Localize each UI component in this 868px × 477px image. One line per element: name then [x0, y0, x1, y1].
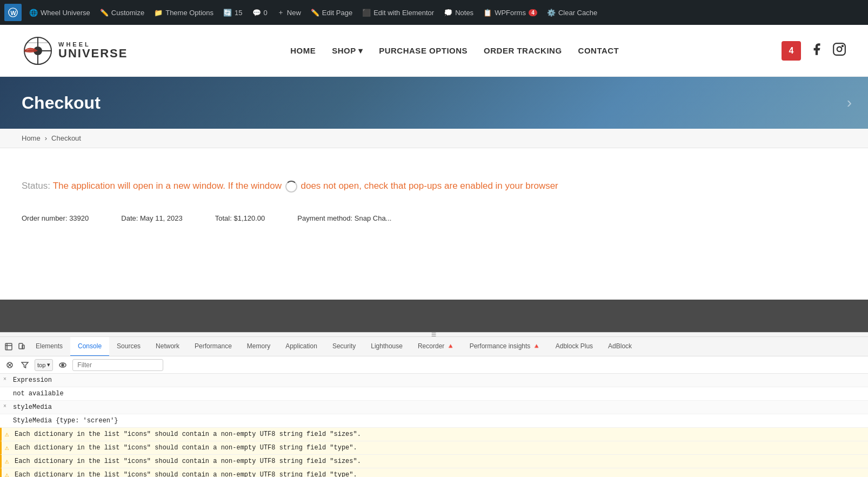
tab-performance-insights[interactable]: Performance insights 🔺 — [462, 337, 548, 356]
svg-rect-12 — [22, 345, 24, 349]
banner-background — [0, 77, 868, 129]
tab-security[interactable]: Security — [325, 337, 363, 356]
devtools-panel: ≡ Elements Console Sources Network Perfo… — [0, 332, 868, 477]
wpforms-icon: 📋 — [483, 9, 492, 17]
admin-bar-comments[interactable]: 💬 0 — [248, 0, 272, 25]
console-output: × Expression not available × styleMedia … — [0, 374, 868, 477]
devtools-drag-handle[interactable]: ≡ — [0, 333, 868, 337]
admin-bar-wpforms[interactable]: 📋 WPForms 4 — [479, 0, 542, 25]
wp-admin-bar: W 🌐 Wheel Universe ✏️ Customize 📁 Theme … — [0, 0, 868, 25]
admin-bar-notes[interactable]: 💭 Notes — [439, 0, 478, 25]
tab-elements[interactable]: Elements — [28, 337, 70, 356]
cart-button[interactable]: 4 — [782, 41, 801, 61]
clear-console-button[interactable] — [4, 360, 15, 370]
header-actions: 4 — [782, 41, 846, 61]
order-number: Order number: 33920 — [22, 214, 89, 222]
main-nav: HOME SHOP ▾ PURCHASE OPTIONS ORDER TRACK… — [290, 46, 619, 56]
console-line: not available — [0, 387, 868, 401]
nav-home[interactable]: HOME — [290, 46, 316, 55]
tab-console[interactable]: Console — [70, 337, 109, 356]
device-toolbar-button[interactable] — [15, 340, 28, 353]
dropdown-arrow-icon: ▾ — [358, 46, 363, 56]
tab-network[interactable]: Network — [148, 337, 187, 356]
close-style-media-icon[interactable]: × — [3, 402, 6, 410]
inspect-element-button[interactable] — [2, 340, 15, 353]
console-line: StyleMedia {type: 'screen'} — [0, 414, 868, 428]
order-total: Total: $1,120.00 — [215, 214, 265, 222]
admin-bar-site[interactable]: 🌐 Wheel Universe — [25, 0, 95, 25]
context-selector[interactable]: top ▾ — [35, 359, 53, 371]
breadcrumb-separator: › — [45, 134, 47, 142]
tab-sources[interactable]: Sources — [109, 337, 148, 356]
plus-icon: ＋ — [277, 8, 284, 17]
instagram-icon[interactable] — [832, 42, 846, 59]
eye-button[interactable] — [57, 360, 68, 370]
tab-application[interactable]: Application — [278, 337, 325, 356]
console-line-warning: ⚠ Each dictionary in the list "icons" sh… — [0, 468, 868, 477]
console-line-warning: ⚠ Each dictionary in the list "icons" sh… — [0, 428, 868, 441]
updates-icon: 🔄 — [223, 9, 232, 17]
order-payment-method: Payment method: Snap Cha... — [297, 214, 391, 222]
nav-contact[interactable]: CONTACT — [578, 46, 619, 55]
tab-performance[interactable]: Performance — [187, 337, 239, 356]
site-header: WHEEL UNIVERSE HOME SHOP ▾ PURCHASE OPTI… — [0, 25, 868, 77]
elementor-icon: ⬛ — [362, 9, 371, 17]
svg-point-17 — [62, 364, 64, 366]
logo-icon — [22, 35, 54, 67]
tab-adblock[interactable]: AdBlock — [600, 337, 639, 356]
wpforms-badge: 4 — [529, 9, 537, 16]
admin-bar-updates[interactable]: 🔄 15 — [219, 0, 246, 25]
cache-icon: ⚙️ — [547, 9, 556, 17]
wp-logo[interactable]: W — [4, 4, 22, 21]
svg-rect-6 — [833, 43, 845, 55]
speech-icon: 💭 — [444, 9, 452, 17]
filter-input[interactable] — [72, 359, 163, 371]
svg-point-7 — [842, 45, 843, 46]
logo-text: WHEEL UNIVERSE — [58, 42, 128, 59]
devtools-tab-bar: Elements Console Sources Network Perform… — [0, 337, 868, 356]
nav-shop[interactable]: SHOP ▾ — [332, 46, 363, 56]
tab-lighthouse[interactable]: Lighthouse — [363, 337, 410, 356]
warning-icon: ⚠ — [5, 456, 9, 467]
svg-rect-8 — [5, 343, 12, 350]
nav-purchase-options[interactable]: PURCHASE OPTIONS — [379, 46, 468, 55]
comments-icon: 💬 — [252, 9, 261, 17]
page-banner: Checkout › — [0, 77, 868, 129]
tab-recorder[interactable]: Recorder 🔺 — [410, 337, 462, 356]
banner-arrow-icon: › — [847, 94, 852, 111]
svg-text:W: W — [11, 10, 17, 16]
admin-bar-new[interactable]: ＋ New — [273, 0, 305, 25]
site-logo: WHEEL UNIVERSE — [22, 35, 128, 67]
breadcrumb: Home › Checkout — [0, 129, 868, 148]
admin-bar-theme-options[interactable]: 📁 Theme Options — [150, 0, 218, 25]
console-line: × styleMedia — [0, 401, 868, 414]
pencil-icon: ✏️ — [100, 9, 109, 17]
facebook-icon[interactable] — [810, 42, 824, 59]
tab-memory[interactable]: Memory — [239, 337, 278, 356]
tab-adblock-plus[interactable]: Adblock Plus — [548, 337, 600, 356]
loading-spinner — [285, 181, 297, 193]
status-label: Status: — [22, 181, 50, 191]
admin-bar-edit-page[interactable]: ✏️ Edit Page — [306, 0, 357, 25]
breadcrumb-current: Checkout — [51, 134, 81, 142]
status-message: Status: The application will open in a n… — [22, 181, 846, 193]
warning-icon: ⚠ — [5, 470, 9, 477]
status-text: The application will open in a new windo… — [53, 181, 558, 191]
order-date: Date: May 11, 2023 — [121, 214, 182, 222]
page-content: Status: The application will open in a n… — [0, 148, 868, 300]
filter-button[interactable] — [19, 360, 30, 370]
site-icon: 🌐 — [29, 9, 38, 17]
site-footer — [0, 300, 868, 332]
nav-order-tracking[interactable]: ORDER TRACKING — [484, 46, 562, 55]
breadcrumb-home[interactable]: Home — [22, 134, 41, 142]
folder-icon: 📁 — [154, 9, 163, 17]
admin-bar-elementor[interactable]: ⬛ Edit with Elementor — [358, 0, 438, 25]
warning-icon: ⚠ — [5, 443, 9, 454]
admin-bar-customize[interactable]: ✏️ Customize — [96, 0, 149, 25]
edit-icon: ✏️ — [311, 9, 319, 17]
console-toolbar: top ▾ — [0, 356, 868, 374]
close-expression-icon[interactable]: × — [3, 375, 6, 383]
console-line-warning: ⚠ Each dictionary in the list "icons" sh… — [0, 441, 868, 455]
admin-bar-clear-cache[interactable]: ⚙️ Clear Cache — [543, 0, 602, 25]
page-title: Checkout — [22, 93, 101, 113]
